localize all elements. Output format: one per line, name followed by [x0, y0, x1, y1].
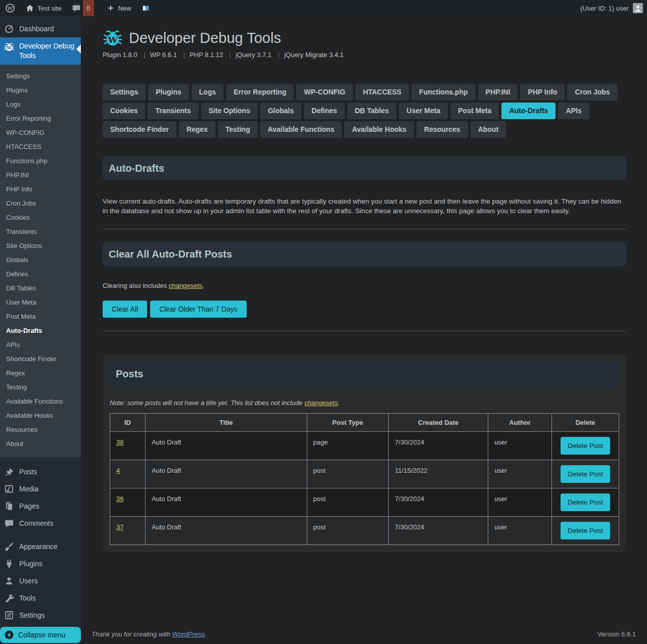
debug-tab[interactable]: Functions.php — [411, 84, 475, 101]
delete-post-button[interactable]: Delete Post — [561, 465, 610, 483]
sidebar-item-settings[interactable]: Settings — [0, 607, 81, 624]
user-account-menu[interactable]: (User ID: 1) user — [580, 3, 647, 13]
new-content-button[interactable]: New — [101, 0, 136, 16]
sidebar-item-plugins[interactable]: Plugins — [0, 555, 81, 572]
debug-tab[interactable]: Defines — [304, 103, 345, 119]
delete-post-button[interactable]: Delete Post — [561, 493, 610, 511]
submenu-item[interactable]: Settings — [0, 69, 81, 83]
clear-all-button[interactable]: Clear All — [103, 301, 147, 318]
comments-shortcut[interactable] — [67, 0, 83, 16]
sidebar-item-comments[interactable]: Comments — [0, 515, 81, 532]
sidebar-item-label: Tools — [19, 594, 36, 602]
debug-tab[interactable]: Auto-Drafts — [501, 103, 556, 119]
submenu-item[interactable]: Testing — [0, 380, 81, 394]
submenu-item[interactable]: User Meta — [0, 295, 81, 310]
submenu-item[interactable]: Regex — [0, 366, 81, 380]
sidebar-item-users[interactable]: Users — [0, 572, 81, 589]
debug-tab[interactable]: Error Reporting — [226, 84, 294, 101]
sidebar-item-posts[interactable]: Posts — [0, 463, 81, 480]
docs-shortcut[interactable] — [136, 0, 155, 16]
collapse-menu-button[interactable]: Collapse menu — [0, 627, 81, 643]
submenu-item[interactable]: Defines — [0, 267, 81, 281]
debug-tab[interactable]: Post Meta — [450, 103, 499, 119]
debug-tab[interactable]: Plugins — [148, 84, 189, 101]
submenu-item[interactable]: About — [0, 437, 81, 451]
submenu-item[interactable]: Resources — [0, 423, 81, 437]
debug-tab[interactable]: Cron Jobs — [567, 84, 617, 101]
debug-tab[interactable]: WP-CONFIG — [296, 84, 353, 101]
changesets-link[interactable]: changesets — [169, 282, 203, 289]
debug-tab[interactable]: Globals — [260, 103, 301, 119]
submenu-item[interactable]: Cookies — [0, 211, 81, 225]
sidebar-item-media[interactable]: Media — [0, 480, 81, 498]
submenu-item[interactable]: Available Functions — [0, 394, 81, 409]
site-link[interactable]: Test site — [20, 0, 67, 16]
submenu-item[interactable]: Available Hooks — [0, 409, 81, 423]
delete-post-button[interactable]: Delete Post — [561, 437, 610, 455]
section-heading: Posts — [116, 368, 613, 380]
debug-tab[interactable]: DB Tables — [347, 103, 396, 119]
bug-icon: W — [4, 42, 14, 52]
debug-tab[interactable]: Cookies — [103, 103, 145, 119]
submenu-item[interactable]: PHP.INI — [0, 168, 81, 182]
submenu-item[interactable]: Post Meta — [0, 310, 81, 324]
auto-drafts-section-header: Auto-Drafts — [103, 156, 626, 180]
debug-tools-tab-bar: Settings Plugins Logs Error Reporting WP… — [103, 84, 626, 138]
debug-tab[interactable]: Site Options — [201, 103, 258, 119]
submenu-item[interactable]: Site Options — [0, 239, 81, 253]
sidebar-item-pages[interactable]: Pages — [0, 498, 81, 515]
debug-tab[interactable]: Testing — [218, 121, 258, 138]
submenu-item[interactable]: Auto-Drafts — [0, 324, 81, 338]
sidebar-item-dashboard[interactable]: Dashboard — [0, 20, 81, 37]
sidebar-item-appearance[interactable]: Appearance — [0, 538, 81, 555]
sidebar-item-developer-debug-tools[interactable]: W Developer Debug Tools — [0, 37, 81, 65]
changesets-link[interactable]: changesets — [304, 399, 338, 407]
debug-tab[interactable]: Resources — [417, 121, 468, 138]
debug-tab[interactable]: APIs — [558, 103, 589, 119]
submenu-item[interactable]: Functions.php — [0, 154, 81, 168]
submenu-item[interactable]: DB Tables — [0, 281, 81, 295]
delete-cell: Delete Post — [552, 517, 619, 545]
debug-tab[interactable]: Settings — [103, 84, 146, 101]
created-date-cell: 11/15/2022 — [389, 460, 488, 488]
sidebar-item-label: Media — [19, 485, 38, 493]
submenu-item[interactable]: PHP Info — [0, 182, 81, 196]
debug-tab[interactable]: About — [471, 121, 506, 138]
debug-tab[interactable]: Logs — [192, 84, 223, 101]
post-id-link[interactable]: 38 — [116, 438, 123, 446]
debug-tab[interactable]: Available Functions — [260, 121, 342, 138]
sidebar-item-label: Comments — [19, 519, 54, 527]
collapse-menu-label: Collapse menu — [18, 631, 65, 639]
delete-post-button[interactable]: Delete Post — [561, 522, 610, 539]
submenu-item[interactable]: Logs — [0, 97, 81, 112]
clear-older-button[interactable]: Clear Older Than 7 Days — [150, 301, 247, 318]
submenu-item[interactable]: Globals — [0, 253, 81, 267]
submenu-item[interactable]: WP-CONFIG — [0, 126, 81, 140]
post-id-link[interactable]: 37 — [116, 523, 123, 531]
debug-tab[interactable]: PHP.INI — [478, 84, 518, 101]
submenu-item[interactable]: Plugins — [0, 83, 81, 97]
table-row: 36 Auto Draft post 7/30/2024 user Delete… — [110, 488, 619, 517]
submenu-item[interactable]: Cron Jobs — [0, 196, 81, 211]
debug-tab[interactable]: HTACCESS — [355, 84, 409, 101]
user-label: (User ID: 1) user — [580, 5, 629, 12]
wordpress-link[interactable]: WordPress — [172, 630, 205, 638]
sidebar-item-tools[interactable]: Tools — [0, 589, 81, 607]
submenu-item[interactable]: APIs — [0, 338, 81, 352]
debug-tab[interactable]: Transients — [148, 103, 198, 119]
debug-tab[interactable]: User Meta — [399, 103, 448, 119]
comments-count-badge[interactable]: 0 — [83, 0, 94, 16]
wordpress-menu-button[interactable]: W — [0, 0, 20, 16]
submenu-item[interactable]: Transients — [0, 225, 81, 239]
post-id-link[interactable]: 36 — [116, 495, 123, 503]
submenu-item[interactable]: HTACCESS — [0, 140, 81, 154]
submenu-item[interactable]: Error Reporting — [0, 112, 81, 126]
created-date-cell: 7/30/2024 — [389, 517, 488, 545]
post-id-link[interactable]: 4 — [116, 467, 120, 474]
debug-tab[interactable]: PHP Info — [520, 84, 565, 101]
submenu-item[interactable]: Shortcode Finder — [0, 352, 81, 366]
debug-tab[interactable]: Available Hooks — [344, 121, 414, 138]
user-icon — [4, 576, 14, 586]
debug-tab[interactable]: Shortcode Finder — [103, 121, 176, 138]
debug-tab[interactable]: Regex — [179, 121, 215, 138]
